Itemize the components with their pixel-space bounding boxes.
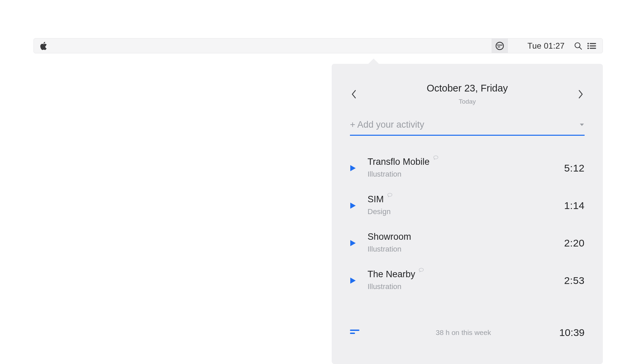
svg-marker-12 (350, 240, 356, 246)
week-summary-text: 38 h on this week (368, 329, 559, 337)
activity-title: The Nearby (368, 270, 415, 279)
svg-rect-15 (350, 333, 355, 334)
activity-body: SIMDesign (368, 195, 564, 216)
time-tracker-panel: October 23, Friday Today + Add your acti… (332, 64, 603, 364)
play-icon[interactable] (350, 202, 368, 209)
menubar-clock[interactable]: Tue 01:27 (527, 41, 565, 51)
svg-marker-9 (580, 124, 584, 126)
activity-duration: 2:53 (564, 275, 585, 286)
add-activity-placeholder: + Add your activity (350, 120, 579, 130)
activity-entry[interactable]: ShowroomIllustration2:20 (350, 224, 585, 262)
activity-list: Transflo MobileIllustration5:12SIMDesign… (350, 149, 585, 299)
comment-icon (387, 193, 393, 199)
svg-point-0 (496, 42, 503, 50)
activity-duration: 1:14 (564, 200, 585, 211)
svg-marker-11 (350, 203, 356, 209)
app-menubar-icon[interactable] (492, 38, 508, 53)
svg-marker-13 (350, 278, 356, 284)
play-icon[interactable] (350, 240, 368, 246)
svg-marker-10 (350, 165, 356, 171)
stats-icon[interactable] (350, 330, 368, 336)
activity-body: Transflo MobileIllustration (368, 157, 564, 179)
svg-point-7 (587, 47, 589, 49)
notification-center-icon[interactable] (584, 43, 599, 49)
comment-icon (433, 155, 439, 161)
apple-icon[interactable] (40, 42, 47, 50)
date-title: October 23, Friday (361, 83, 574, 94)
play-icon[interactable] (350, 277, 368, 284)
activity-title: SIM (368, 195, 384, 204)
day-total-time: 10:39 (559, 327, 585, 338)
activity-category: Illustration (368, 282, 564, 291)
svg-point-5 (587, 45, 589, 46)
activity-body: ShowroomIllustration (368, 232, 564, 254)
activity-category: Illustration (368, 170, 564, 179)
date-subtitle: Today (361, 98, 574, 105)
prev-day-button[interactable] (347, 87, 361, 101)
next-day-button[interactable] (574, 87, 587, 101)
date-header: October 23, Friday Today (332, 64, 603, 105)
add-activity-input[interactable]: + Add your activity (350, 120, 585, 136)
activity-duration: 2:20 (564, 237, 585, 249)
activity-duration: 5:12 (564, 162, 585, 174)
comment-icon (419, 268, 424, 274)
activity-entry[interactable]: The NearbyIllustration2:53 (350, 262, 585, 299)
macos-menubar: Tue 01:27 (33, 38, 603, 53)
svg-line-2 (580, 47, 582, 49)
panel-footer: 38 h on this week 10:39 (350, 327, 585, 338)
dropdown-caret-icon[interactable] (579, 122, 585, 128)
activity-title: Showroom (368, 232, 411, 241)
activity-body: The NearbyIllustration (368, 270, 564, 291)
svg-rect-4 (590, 43, 596, 44)
play-icon[interactable] (350, 165, 368, 172)
svg-point-3 (587, 43, 589, 44)
svg-rect-6 (590, 45, 596, 46)
activity-entry[interactable]: SIMDesign1:14 (350, 187, 585, 224)
svg-rect-14 (350, 330, 359, 331)
activity-title: Transflo Mobile (368, 157, 430, 166)
activity-category: Illustration (368, 245, 564, 254)
search-icon[interactable] (572, 42, 584, 50)
svg-rect-8 (590, 48, 596, 49)
activity-category: Design (368, 207, 564, 216)
activity-entry[interactable]: Transflo MobileIllustration5:12 (350, 149, 585, 187)
